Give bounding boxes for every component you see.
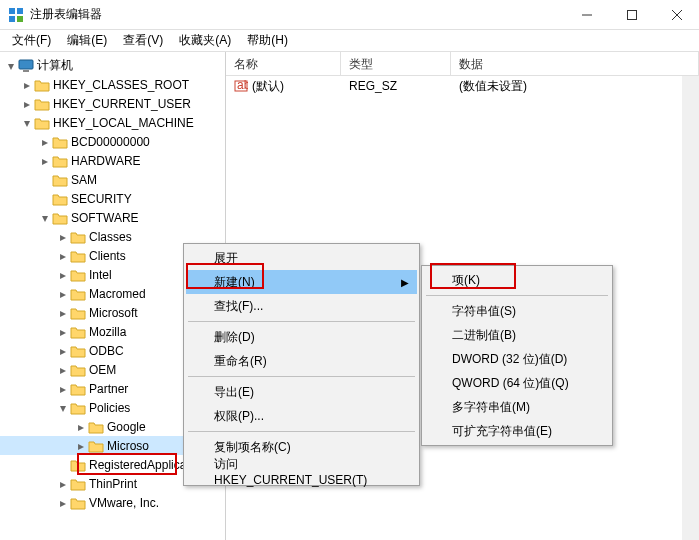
ctx-new-dword[interactable]: DWORD (32 位)值(D): [424, 347, 610, 371]
context-menu-main: 展开 新建(N)▶ 查找(F)... 删除(D) 重命名(R) 导出(E) 权限…: [183, 243, 420, 486]
tree-node-software[interactable]: ▾SOFTWARE: [0, 208, 225, 227]
value-type: REG_SZ: [341, 79, 451, 93]
ctx-goto-hkcu[interactable]: 访问 HKEY_CURRENT_USER(T): [186, 459, 417, 483]
folder-icon: [70, 401, 86, 415]
column-header-type[interactable]: 类型: [341, 52, 451, 75]
menu-separator: [188, 376, 415, 377]
chevron-down-icon[interactable]: ▾: [4, 59, 18, 73]
chevron-right-icon[interactable]: ▸: [74, 439, 88, 453]
ctx-new-key[interactable]: 项(K): [424, 268, 610, 292]
tree-node-computer[interactable]: ▾ 计算机: [0, 56, 225, 75]
tree-node-hklm[interactable]: ▾ HKEY_LOCAL_MACHINE: [0, 113, 225, 132]
folder-icon: [88, 420, 104, 434]
tree-node-hardware[interactable]: ▸HARDWARE: [0, 151, 225, 170]
value-data: (数值未设置): [451, 78, 699, 95]
folder-icon: [34, 97, 50, 111]
chevron-right-icon[interactable]: ▸: [38, 135, 52, 149]
folder-icon: [52, 135, 68, 149]
ctx-new-expandstring[interactable]: 可扩充字符串值(E): [424, 419, 610, 443]
menu-help[interactable]: 帮助(H): [239, 30, 296, 51]
column-header-data[interactable]: 数据: [451, 52, 699, 75]
tree-node-vmware[interactable]: ▸VMware, Inc.: [0, 493, 225, 512]
ctx-new-string[interactable]: 字符串值(S): [424, 299, 610, 323]
menu-edit[interactable]: 编辑(E): [59, 30, 115, 51]
svg-rect-3: [17, 16, 23, 22]
folder-icon: [70, 344, 86, 358]
chevron-right-icon[interactable]: ▸: [56, 249, 70, 263]
svg-rect-0: [9, 8, 15, 14]
folder-icon: [70, 458, 86, 472]
string-value-icon: ab: [234, 79, 248, 93]
menu-separator: [426, 295, 608, 296]
chevron-right-icon[interactable]: ▸: [56, 268, 70, 282]
context-menu-new-submenu: 项(K) 字符串值(S) 二进制值(B) DWORD (32 位)值(D) QW…: [421, 265, 613, 446]
ctx-rename[interactable]: 重命名(R): [186, 349, 417, 373]
folder-icon: [52, 211, 68, 225]
column-header-name[interactable]: 名称: [226, 52, 341, 75]
tree-node-hkcu[interactable]: ▸ HKEY_CURRENT_USER: [0, 94, 225, 113]
submenu-arrow-icon: ▶: [401, 277, 409, 288]
folder-icon: [70, 230, 86, 244]
folder-icon: [70, 268, 86, 282]
minimize-button[interactable]: [564, 0, 609, 29]
computer-icon: [18, 59, 34, 73]
chevron-right-icon[interactable]: ▸: [20, 97, 34, 111]
folder-icon: [70, 477, 86, 491]
list-row[interactable]: ab (默认) REG_SZ (数值未设置): [226, 76, 699, 96]
menu-separator: [188, 431, 415, 432]
ctx-new[interactable]: 新建(N)▶: [186, 270, 417, 294]
chevron-down-icon[interactable]: ▾: [56, 401, 70, 415]
chevron-right-icon[interactable]: ▸: [56, 382, 70, 396]
ctx-permissions[interactable]: 权限(P)...: [186, 404, 417, 428]
chevron-right-icon[interactable]: ▸: [56, 287, 70, 301]
ctx-new-qword[interactable]: QWORD (64 位)值(Q): [424, 371, 610, 395]
svg-rect-4: [627, 10, 636, 19]
svg-rect-1: [17, 8, 23, 14]
folder-icon: [70, 325, 86, 339]
titlebar: 注册表编辑器: [0, 0, 699, 30]
menu-favorites[interactable]: 收藏夹(A): [171, 30, 239, 51]
value-name: (默认): [252, 78, 284, 95]
tree-node-security[interactable]: ▸SECURITY: [0, 189, 225, 208]
folder-icon: [70, 363, 86, 377]
folder-icon: [34, 116, 50, 130]
ctx-expand[interactable]: 展开: [186, 246, 417, 270]
svg-rect-2: [9, 16, 15, 22]
chevron-right-icon[interactable]: ▸: [38, 154, 52, 168]
chevron-right-icon[interactable]: ▸: [56, 230, 70, 244]
chevron-right-icon[interactable]: ▸: [56, 344, 70, 358]
close-button[interactable]: [654, 0, 699, 29]
tree-node-sam[interactable]: ▸SAM: [0, 170, 225, 189]
menu-separator: [188, 321, 415, 322]
app-icon: [8, 7, 24, 23]
chevron-right-icon[interactable]: ▸: [56, 496, 70, 510]
vertical-scrollbar[interactable]: [682, 76, 699, 540]
folder-icon: [70, 496, 86, 510]
chevron-right-icon[interactable]: ▸: [56, 363, 70, 377]
tree-node-hkcr[interactable]: ▸ HKEY_CLASSES_ROOT: [0, 75, 225, 94]
chevron-right-icon[interactable]: ▸: [56, 306, 70, 320]
maximize-button[interactable]: [609, 0, 654, 29]
chevron-down-icon[interactable]: ▾: [20, 116, 34, 130]
ctx-new-binary[interactable]: 二进制值(B): [424, 323, 610, 347]
ctx-export[interactable]: 导出(E): [186, 380, 417, 404]
window-controls: [564, 0, 699, 29]
chevron-down-icon[interactable]: ▾: [38, 211, 52, 225]
folder-icon: [52, 154, 68, 168]
menubar: 文件(F) 编辑(E) 查看(V) 收藏夹(A) 帮助(H): [0, 30, 699, 52]
menu-view[interactable]: 查看(V): [115, 30, 171, 51]
ctx-find[interactable]: 查找(F)...: [186, 294, 417, 318]
list-header: 名称 类型 数据: [226, 52, 699, 76]
chevron-right-icon[interactable]: ▸: [56, 477, 70, 491]
chevron-right-icon[interactable]: ▸: [56, 325, 70, 339]
ctx-delete[interactable]: 删除(D): [186, 325, 417, 349]
folder-icon: [52, 173, 68, 187]
tree-node-bcd[interactable]: ▸BCD00000000: [0, 132, 225, 151]
folder-icon: [70, 382, 86, 396]
chevron-right-icon[interactable]: ▸: [20, 78, 34, 92]
ctx-new-multistring[interactable]: 多字符串值(M): [424, 395, 610, 419]
chevron-right-icon[interactable]: ▸: [74, 420, 88, 434]
svg-rect-5: [19, 60, 33, 69]
menu-file[interactable]: 文件(F): [4, 30, 59, 51]
folder-icon: [88, 439, 104, 453]
